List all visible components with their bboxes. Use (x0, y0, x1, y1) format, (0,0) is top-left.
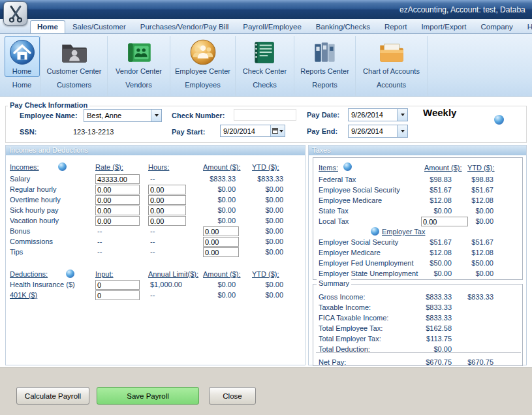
annual-limit-value: -- (150, 291, 155, 299)
tab-bar: HomeSales/CustomerPurchases/Vendor/Pay B… (0, 19, 532, 34)
toolbar-label: Reports Center (300, 67, 349, 75)
tab-help[interactable]: Help (520, 20, 532, 33)
amount-value: $0.00 (200, 291, 236, 299)
calculate-payroll-button[interactable]: Calculate Payroll (16, 387, 89, 405)
pay-date-dropdown-button[interactable] (397, 109, 407, 121)
tips-rate-value: -- (97, 248, 102, 256)
title-bar: ezAccounting, Account: test, Databa (0, 0, 532, 19)
toolbar-label: Customer Center (47, 67, 102, 75)
income-label: Vacation hourly (10, 217, 59, 224)
tab-payroll-employee[interactable]: Payroll/Employee (236, 20, 308, 33)
commissions-amount-input[interactable] (203, 237, 239, 247)
summary-rows: Gross Income:$833.33$833.33Taxable Incom… (313, 284, 522, 365)
ytd-value: $0.00 (253, 185, 283, 193)
pay-start-calendar-button[interactable] (270, 125, 285, 136)
customer-center-button[interactable]: Customer Center (43, 36, 106, 77)
regular-hourly-hours-input[interactable] (148, 185, 186, 194)
income-label: Bonus (10, 227, 30, 235)
tab-report[interactable]: Report (377, 20, 415, 33)
help-globe-icon[interactable] (494, 115, 504, 125)
toolbar-caption: Employees (185, 81, 220, 89)
summary-label: Total Employer Tax: (319, 335, 381, 343)
regular-hourly-rate-input[interactable] (95, 185, 140, 194)
ytd-value: $0.00 (253, 248, 283, 256)
401k-input[interactable] (95, 290, 140, 300)
vacation-hourly-rate-input[interactable] (95, 216, 140, 226)
tax-ytd-value: $12.08 (463, 196, 493, 204)
local-tax-input[interactable] (421, 217, 468, 226)
chart-of-accounts-button[interactable]: Chart of Accounts (359, 36, 424, 77)
tax-label: Employer Social Security (319, 238, 398, 246)
summary-row-net-pay: Net Pay:$670.75$670.75 (313, 358, 522, 368)
summary-label: Net Pay: (319, 358, 346, 366)
salary-amount-value: $833.33 (200, 175, 236, 183)
overtime-hourly-rate-input[interactable] (95, 195, 140, 205)
home-button[interactable]: Home (5, 36, 40, 77)
salary-rate-input[interactable] (95, 174, 140, 184)
income-label: Regular hourly (10, 185, 57, 193)
taxes-panel-header: Taxes (309, 146, 526, 155)
summary-row-taxable-income: Taxable Income:$833.33 (313, 303, 522, 313)
deduction-row-401k: 401K ($)--$0.00$0.00 (6, 290, 305, 301)
tips-amount-input[interactable] (203, 247, 239, 257)
tab-import-export[interactable]: Import/Export (414, 20, 473, 33)
toolbar-caption: Home (12, 81, 31, 89)
pay-end-value: 9/26/2014 (349, 127, 397, 135)
chevron-down-icon (279, 130, 283, 132)
tab-purchases-vendor-pay-bill[interactable]: Purchases/Vendor/Pay Bill (133, 20, 236, 33)
health-insurance-input[interactable] (95, 280, 140, 290)
summary-box: Gross Income:$833.33$833.33Taxable Incom… (313, 284, 523, 366)
income-row-regular-hourly: Regular hourly$0.00$0.00 (6, 185, 305, 195)
tax-amount-value: $51.67 (411, 238, 452, 246)
summary-ytd-value: $833.33 (463, 293, 493, 301)
app-menu-button[interactable] (3, 1, 27, 25)
summary-value: $670.75 (411, 358, 452, 366)
tab-banking-checks[interactable]: Banking/Checks (309, 20, 377, 33)
sick-hourly-pay-rate-input[interactable] (95, 206, 140, 215)
deduction-row-health-insurance: Health Insurance ($)$1,000.00$0.00$0.00 (6, 280, 305, 290)
summary-row-fica-taxable-income: FICA Taxable Income:$833.33 (313, 313, 522, 324)
save-payroll-button[interactable]: Save Payroll (97, 387, 199, 405)
summary-row-total-deduction: Total Deduction:$0.00 (313, 345, 522, 355)
pay-end-dropdown-button[interactable] (397, 125, 407, 137)
ytd-value: $0.00 (253, 217, 283, 224)
bonus-amount-input[interactable] (203, 226, 239, 236)
employee-name-select[interactable]: Best, Anne (84, 109, 162, 122)
pay-start-value: 9/20/2014 (221, 127, 270, 135)
tax-label: Federal Tax (319, 176, 356, 183)
income-row-overtime-hourly: Overtime hourly$0.00$0.00 (6, 195, 305, 206)
sick-hourly-pay-hours-input[interactable] (148, 206, 186, 215)
calendar-icon (272, 128, 278, 134)
vacation-hourly-hours-input[interactable] (148, 216, 186, 226)
toolbar-item-chart-of-accounts: Chart of Accounts Accounts (356, 36, 428, 96)
summary-label: Total Employee Tax: (319, 324, 383, 332)
vendor-center-icon (124, 38, 154, 66)
ytd-value: $0.00 (253, 291, 283, 299)
pay-date-select[interactable]: 9/26/2014 (348, 108, 408, 121)
summary-row-total-employee-tax: Total Employee Tax:$162.58 (313, 324, 522, 334)
vendor-center-button[interactable]: Vendor Center (112, 36, 166, 77)
tab-company[interactable]: Company (473, 20, 520, 33)
annual-limit-value: $1,000.00 (150, 281, 182, 288)
employee-center-button[interactable]: Employee Center (171, 36, 234, 77)
check-number-label: Check Number: (172, 112, 225, 119)
pay-end-select[interactable]: 9/26/2014 (348, 125, 408, 138)
reports-center-button[interactable]: Reports Center (296, 36, 353, 77)
commissions-rate-value: -- (97, 238, 102, 245)
toolbar-item-home: Home Home (3, 36, 41, 96)
regular-hourly-amount-value: $0.00 (200, 185, 236, 193)
employee-name-dropdown-button[interactable] (151, 110, 161, 121)
tab-sales-customer[interactable]: Sales/Customer (65, 20, 133, 33)
check-number-input[interactable] (234, 109, 296, 121)
salary-hours-value: -- (150, 175, 155, 183)
overtime-hourly-hours-input[interactable] (148, 195, 186, 205)
tax-row-federal-tax: Federal Tax$98.83$98.83 (313, 175, 522, 185)
tax-label: State Tax (319, 207, 349, 215)
pay-start-datepicker[interactable]: 9/20/2014 (220, 125, 285, 137)
summary-divider (316, 352, 521, 353)
check-center-button[interactable]: Check Center (239, 36, 290, 77)
tab-home[interactable]: Home (30, 20, 65, 33)
paycheck-section-title: Pay Check Information (8, 101, 89, 109)
summary-row-total-employer-tax: Total Employer Tax:$113.75 (313, 334, 522, 345)
close-button[interactable]: Close (209, 387, 256, 405)
